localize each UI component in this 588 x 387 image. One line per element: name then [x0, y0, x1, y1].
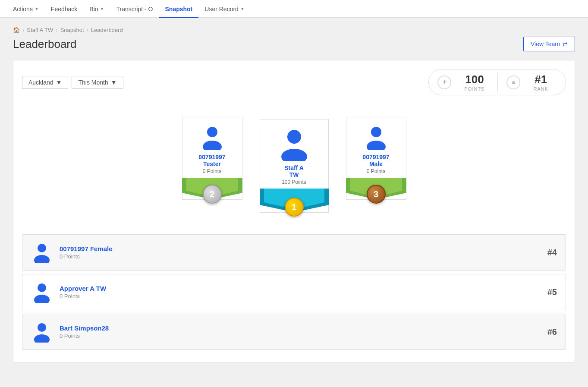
- location-filter[interactable]: Auckland ▼: [22, 76, 68, 89]
- actions-label: Actions: [13, 6, 33, 13]
- breadcrumb-staff[interactable]: Staff A TW: [27, 27, 53, 33]
- svg-point-12: [38, 244, 46, 252]
- list-section: 00791997 Female 0 Points #4 Approver A T…: [22, 234, 566, 350]
- podium-container: 00791997 Tester 0 Points 2: [22, 108, 566, 230]
- list-points-6: 0 Points: [60, 333, 547, 339]
- list-info-6: Bart Simpson28 0 Points: [60, 324, 547, 339]
- podium-second: 00791997 Tester 0 Points 2: [182, 117, 242, 200]
- second-name: 00791997 Tester: [198, 154, 225, 167]
- user-record-label: User Record: [204, 6, 239, 13]
- period-arrow-icon: ▼: [111, 79, 117, 86]
- list-item[interactable]: 00791997 Female 0 Points #4: [22, 234, 566, 271]
- rank-list-icon: ≡: [506, 76, 520, 89]
- list-info-4: 00791997 Female 0 Points: [60, 245, 547, 260]
- svg-point-13: [34, 255, 50, 263]
- svg-point-5: [281, 149, 307, 161]
- bio-label: Bio: [89, 6, 98, 13]
- breadcrumb-snapshot[interactable]: Snapshot: [60, 27, 84, 33]
- list-rank-5: #5: [547, 287, 557, 297]
- period-filter[interactable]: This Month ▼: [72, 76, 123, 89]
- stats-points-group: + 100 POINTS: [437, 73, 493, 91]
- breadcrumb-sep2: ›: [56, 27, 57, 33]
- nav-user-record[interactable]: User Record ▼: [198, 1, 251, 18]
- svg-point-4: [287, 130, 301, 144]
- svg-point-8: [371, 127, 381, 137]
- nav-actions[interactable]: Actions ▼: [7, 1, 45, 18]
- list-points-5: 0 Points: [60, 293, 547, 299]
- nav-feedback[interactable]: Feedback: [45, 1, 83, 18]
- podium-second-card: 00791997 Tester 0 Points 2: [182, 117, 242, 200]
- svg-point-15: [34, 295, 50, 303]
- first-medal: 1: [285, 198, 304, 217]
- second-points: 0 Points: [203, 168, 221, 174]
- points-value: 100: [465, 73, 484, 86]
- list-avatar-5: [31, 281, 53, 303]
- list-name-4: 00791997 Female: [60, 245, 547, 252]
- transcript-label: Transcript - O: [116, 6, 153, 13]
- svg-point-1: [203, 141, 222, 150]
- breadcrumb-sep1: ›: [22, 27, 24, 33]
- actions-arrow: ▼: [35, 6, 39, 11]
- list-rank-4: #4: [547, 248, 557, 258]
- list-info-5: Approver A TW 0 Points: [60, 285, 547, 299]
- third-name: 00791997 Male: [362, 154, 389, 167]
- page-title: Leaderboard: [13, 38, 76, 51]
- podium-first: Staff A TW 100 Points 1: [260, 119, 329, 213]
- rank-value: #1: [535, 73, 547, 86]
- first-name: Staff A TW: [284, 164, 304, 178]
- first-avatar: [277, 126, 311, 161]
- top-navigation: Actions ▼ Feedback Bio ▼ Transcript - O …: [0, 0, 588, 18]
- stats-rank-group: ≡ #1 RANK: [497, 73, 557, 91]
- podium-first-card: Staff A TW 100 Points 1: [260, 119, 329, 213]
- rank-stat: #1 RANK: [525, 73, 557, 91]
- list-item[interactable]: Bart Simpson28 0 Points #6: [22, 314, 566, 350]
- third-medal: 3: [367, 185, 386, 204]
- points-plus-icon: +: [437, 76, 451, 89]
- list-item[interactable]: Approver A TW 0 Points #5: [22, 274, 566, 310]
- breadcrumb-current: Leaderboard: [91, 27, 123, 33]
- location-label: Auckland: [28, 79, 53, 86]
- period-label: This Month: [78, 79, 108, 86]
- third-avatar: [363, 124, 389, 150]
- breadcrumb: 🏠 › Staff A TW › Snapshot › Leaderboard: [13, 27, 575, 33]
- page-header: Leaderboard View Team ⇄: [13, 37, 575, 51]
- view-team-icon: ⇄: [563, 41, 568, 47]
- nav-snapshot[interactable]: Snapshot: [159, 1, 199, 18]
- view-team-button[interactable]: View Team ⇄: [523, 37, 575, 51]
- rank-label: RANK: [533, 86, 548, 91]
- svg-point-0: [207, 127, 217, 137]
- podium-third-card: 00791997 Male 0 Points 3: [346, 117, 406, 200]
- snapshot-label: Snapshot: [165, 6, 193, 13]
- main-card: Auckland ▼ This Month ▼ + 100 POINTS: [13, 60, 575, 362]
- list-name-6: Bart Simpson28: [60, 324, 547, 332]
- stats-panel: + 100 POINTS ≡ #1 RANK: [428, 69, 566, 95]
- view-team-label: View Team: [531, 41, 560, 47]
- feedback-label: Feedback: [51, 6, 77, 13]
- home-icon[interactable]: 🏠: [13, 27, 20, 33]
- nav-bio[interactable]: Bio ▼: [83, 1, 110, 18]
- svg-point-9: [367, 141, 386, 150]
- svg-point-16: [38, 323, 46, 332]
- location-arrow-icon: ▼: [56, 79, 62, 86]
- list-rank-6: #6: [547, 327, 557, 337]
- second-avatar: [199, 124, 225, 150]
- filter-buttons: Auckland ▼ This Month ▼: [22, 76, 123, 89]
- list-name-5: Approver A TW: [60, 285, 547, 292]
- list-avatar-6: [31, 321, 53, 343]
- nav-transcript[interactable]: Transcript - O: [110, 1, 159, 18]
- filters-row: Auckland ▼ This Month ▼ + 100 POINTS: [22, 69, 566, 95]
- svg-point-17: [34, 334, 50, 343]
- first-points: 100 Points: [282, 179, 306, 185]
- bio-arrow: ▼: [100, 6, 104, 11]
- user-record-arrow: ▼: [240, 6, 245, 11]
- second-medal: 2: [203, 185, 222, 204]
- breadcrumb-sep3: ›: [87, 27, 88, 33]
- points-stat: 100 POINTS: [456, 73, 493, 91]
- third-points: 0 Points: [367, 168, 385, 174]
- list-points-4: 0 Points: [60, 253, 547, 260]
- points-label: POINTS: [464, 86, 484, 91]
- list-avatar-4: [31, 242, 53, 263]
- podium-third: 00791997 Male 0 Points 3: [346, 117, 406, 200]
- svg-point-14: [38, 283, 46, 292]
